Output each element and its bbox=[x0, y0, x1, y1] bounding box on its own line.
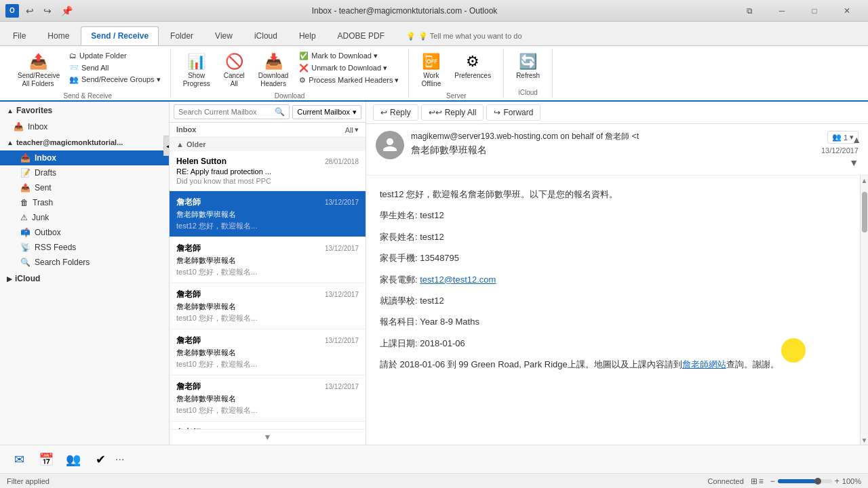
work-offline-button[interactable]: 📴 WorkOffline bbox=[416, 50, 446, 91]
normal-view-icon[interactable]: ⊞ bbox=[751, 476, 757, 486]
download-group-label: Download bbox=[178, 92, 402, 100]
sidebar-favorites-header[interactable]: ▲ Favorites bbox=[0, 102, 169, 119]
maximize-button[interactable]: □ bbox=[799, 4, 830, 18]
email-item-0[interactable]: Helen Sutton 28/01/2018 RE: Apply fraud … bbox=[170, 151, 366, 191]
sidebar-item-junk[interactable]: ⚠ Junk bbox=[0, 210, 169, 225]
window-title: Inbox - teacher@magicmonktutorials.com -… bbox=[75, 6, 734, 16]
sidebar-item-trash[interactable]: 🗑 Trash bbox=[0, 195, 169, 210]
email-item-2[interactable]: 詹老師 13/12/2017 詹老師數學班報名 test10 您好，歡迎報名..… bbox=[170, 237, 366, 283]
mailbox-select[interactable]: Current Mailbox ▾ bbox=[292, 105, 361, 119]
tab-tell-me[interactable]: 💡 💡 Tell me what you want to do bbox=[396, 27, 532, 45]
all-dropdown[interactable]: All ▾ bbox=[345, 125, 359, 134]
expand-email-button[interactable]: ▼ bbox=[849, 157, 859, 168]
redo-button[interactable]: ↪ bbox=[41, 4, 54, 18]
send-receive-groups-button[interactable]: 👥 Send/Receive Groups ▾ bbox=[66, 74, 163, 85]
minimize-button[interactable]: ─ bbox=[766, 4, 797, 18]
sidebar-item-rss[interactable]: 📡 RSS Feeds bbox=[0, 240, 169, 255]
tab-file[interactable]: File bbox=[3, 26, 36, 45]
email-item-6[interactable]: 詹老師 10/12/2017 詹老師數學班報名 test10 您好，歡迎報名..… bbox=[170, 422, 366, 429]
email-item-5[interactable]: 詹老師 13/12/2017 詹老師數學班報名 test10 您好，歡迎報名..… bbox=[170, 375, 366, 422]
email-from: magikemw@server193.web-hosting.com on be… bbox=[411, 131, 814, 142]
reading-scrollbar[interactable]: ▲ ▼ bbox=[860, 176, 868, 445]
restore-button[interactable]: ⧉ bbox=[734, 4, 765, 18]
sidebar-item-drafts[interactable]: 📝 Drafts bbox=[0, 165, 169, 180]
zoom-out-button[interactable]: − bbox=[770, 476, 775, 486]
window-controls: ⧉ ─ □ ✕ bbox=[734, 4, 863, 18]
email-item-4[interactable]: 詹老師 13/12/2017 詹老師數學班報名 test10 您好，歡迎報名..… bbox=[170, 329, 366, 375]
email-item-3[interactable]: 詹老師 13/12/2017 詹老師數學班報名 test10 您好，歡迎報名..… bbox=[170, 283, 366, 329]
tab-icloud[interactable]: iCloud bbox=[244, 26, 288, 45]
download-headers-button[interactable]: 📥 DownloadHeaders bbox=[253, 50, 294, 91]
reply-all-button[interactable]: ↩↩ Reply All bbox=[421, 104, 484, 121]
sidebar-item-inbox[interactable]: 📥 Inbox bbox=[0, 150, 169, 165]
outlook-icon: O bbox=[5, 4, 19, 18]
tab-adobe-pdf[interactable]: ADOBE PDF bbox=[328, 26, 395, 45]
email-email-line: 家長電郵: test12@test12.com bbox=[380, 272, 846, 287]
update-folder-icon: 🗂 bbox=[69, 52, 77, 60]
zoom-in-button[interactable]: + bbox=[835, 476, 840, 486]
mailbox-dropdown-icon: ▾ bbox=[353, 108, 357, 117]
send-receive-group-label: Send & Receive bbox=[12, 92, 163, 100]
nav-tasks-icon[interactable]: ✔ bbox=[88, 447, 113, 472]
sidebar-item-search-folders[interactable]: 🔍 Search Folders bbox=[0, 255, 169, 270]
ribbon-group-icloud: 🔄 Refresh iCloud bbox=[504, 49, 553, 98]
tab-folder[interactable]: Folder bbox=[160, 26, 203, 45]
send-all-button[interactable]: 📨 Send All bbox=[66, 62, 163, 73]
close-button[interactable]: ✕ bbox=[831, 4, 863, 18]
email-item-1[interactable]: 詹老師 13/12/2017 詹老師數學班報名 test12 您好，歡迎報名..… bbox=[170, 191, 366, 237]
search-input[interactable] bbox=[178, 108, 275, 116]
sidebar-icloud-header[interactable]: ▶ iCloud bbox=[0, 270, 169, 287]
junk-icon: ⚠ bbox=[20, 213, 28, 222]
nav-mail-icon[interactable]: ✉ bbox=[7, 447, 31, 472]
search-folders-icon: 🔍 bbox=[20, 258, 31, 267]
search-box[interactable]: 🔍 bbox=[174, 104, 290, 119]
nav-more-button[interactable]: ··· bbox=[115, 453, 124, 466]
sidebar-item-sent[interactable]: 📤 Sent bbox=[0, 180, 169, 195]
refresh-button[interactable]: 🔄 Refresh bbox=[511, 50, 545, 83]
sidebar-account-header[interactable]: ▲ teacher@magicmonktutorial... bbox=[0, 134, 169, 150]
email-directions: 請於 2018-01-06 到 99 Green Road, Park Ridg… bbox=[380, 357, 846, 372]
lightbulb-icon: 💡 bbox=[406, 32, 416, 41]
preferences-button[interactable]: ⚙ Preferences bbox=[449, 50, 496, 83]
forward-button[interactable]: ↪ Forward bbox=[486, 104, 540, 121]
tab-view[interactable]: View bbox=[205, 26, 243, 45]
sidebar-item-outbox[interactable]: 📫 Outbox bbox=[0, 225, 169, 240]
undo-button[interactable]: ↩ bbox=[23, 4, 37, 18]
zoom-control: − + 100% bbox=[770, 476, 861, 486]
cancel-all-button[interactable]: 🚫 CancelAll bbox=[218, 50, 250, 91]
zoom-slider[interactable] bbox=[778, 479, 832, 483]
nav-people-icon[interactable]: 👥 bbox=[61, 447, 85, 472]
pin-button[interactable]: 📌 bbox=[58, 4, 75, 18]
tab-help[interactable]: Help bbox=[289, 26, 326, 45]
search-icon: 🔍 bbox=[275, 107, 285, 117]
email-list-scroll-down[interactable]: ▼ bbox=[170, 429, 366, 445]
tab-home[interactable]: Home bbox=[37, 26, 79, 45]
reply-button[interactable]: ↩ Reply bbox=[373, 104, 418, 121]
scroll-down-button[interactable]: ▼ bbox=[861, 435, 868, 445]
email-link[interactable]: test12@test12.com bbox=[420, 274, 496, 285]
email-school: 就讀學校: test12 bbox=[380, 293, 846, 308]
sidebar-item-inbox-favorites[interactable]: 📥 Inbox bbox=[0, 119, 169, 134]
show-progress-icon: 📊 bbox=[187, 53, 205, 70]
reading-view-icon[interactable]: ≡ bbox=[759, 476, 764, 486]
tab-send-receive[interactable]: Send / Receive bbox=[81, 26, 159, 45]
inbox-icon: 📥 bbox=[20, 153, 31, 163]
sidebar-collapse-button[interactable]: ◀ bbox=[163, 136, 170, 156]
send-receive-all-button[interactable]: 📤 Send/ReceiveAll Folders bbox=[12, 50, 64, 91]
email-body: test12 您好，歡迎報名詹老師數學班。以下是您的報名資料。 學生姓名: te… bbox=[366, 176, 860, 445]
nav-calendar-icon[interactable]: 📅 bbox=[34, 447, 58, 472]
download-headers-icon: 📥 bbox=[264, 53, 283, 70]
show-progress-button[interactable]: 📊 ShowProgress bbox=[178, 50, 216, 91]
process-marked-headers-button[interactable]: ⚙ Process Marked Headers ▾ bbox=[296, 75, 401, 86]
email-list-header: Inbox All ▾ bbox=[170, 123, 366, 138]
reply-all-icon: ↩↩ bbox=[429, 108, 442, 117]
cancel-all-icon: 🚫 bbox=[225, 53, 243, 70]
email-student-name: 學生姓名: test12 bbox=[380, 207, 846, 223]
process-headers-icon: ⚙ bbox=[299, 76, 306, 85]
scroll-up-button[interactable]: ▲ bbox=[861, 176, 868, 185]
mark-to-download-button[interactable]: ✅ Mark to Download ▾ bbox=[296, 50, 401, 62]
unmark-to-download-button[interactable]: ❌ Unmark to Download ▾ bbox=[296, 62, 401, 74]
update-folder-button[interactable]: 🗂 Update Folder bbox=[66, 50, 163, 61]
website-link[interactable]: 詹老師網站 bbox=[682, 359, 726, 369]
ribbon-collapse-button[interactable]: ▲ bbox=[852, 134, 861, 145]
